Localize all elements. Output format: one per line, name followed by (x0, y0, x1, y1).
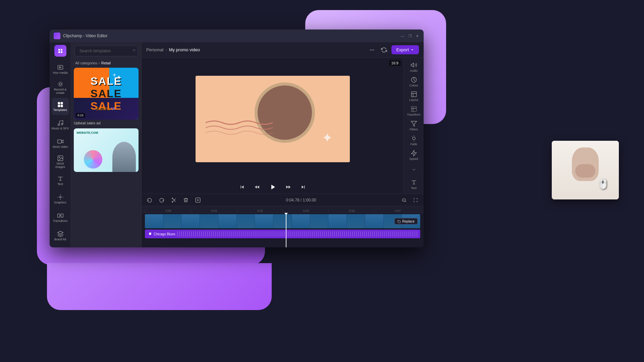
svg-rect-0 (58, 65, 63, 69)
right-panel-layout-label: Layout (409, 98, 418, 102)
right-panel-filters-label: Filters (410, 128, 418, 131)
right-panel-filters[interactable]: Filters (406, 119, 422, 132)
app-logo (54, 33, 60, 39)
minimize-button[interactable]: — (400, 34, 405, 38)
redo-button[interactable] (157, 195, 166, 205)
topbar: Personal › My promo video (142, 42, 424, 58)
maximize-button[interactable]: ❐ (408, 34, 412, 38)
sidebar-label-your-media: Your media (53, 71, 68, 75)
timeline-body: 0:00 0:01 0:02 0:03 0:04 0:07 (142, 206, 424, 247)
templates-panel: All categories › Retail + ✦ SALE (71, 42, 142, 247)
preview-popup: 🖱️ (552, 141, 619, 199)
titlebar: Clipchamp - Video Editor — ❐ ✕ (50, 29, 424, 42)
sidebar-label-templates: Templates (53, 109, 67, 112)
fast-forward-button[interactable] (283, 182, 293, 192)
right-panel-speed-label: Speed (409, 157, 418, 161)
window-title: Clipchamp - Video Editor (63, 34, 400, 38)
sale-word-3: SALE (91, 100, 122, 112)
sidebar-label-record-create: Record & create (52, 88, 69, 95)
right-panel-audio[interactable]: Audio (406, 60, 422, 74)
audio-waveform (177, 231, 418, 237)
audio-track[interactable]: Chicago Blues (145, 230, 420, 238)
filmstrip-frame (181, 214, 200, 228)
current-time: 0:04.78 (286, 198, 299, 202)
undo-button[interactable] (145, 195, 154, 205)
sidebar-item-stock-video[interactable]: Stock video (52, 135, 69, 152)
ruler-mark-3: 0:03 (282, 209, 328, 213)
filter-button[interactable] (132, 47, 137, 55)
main-content: Personal › My promo video (142, 42, 424, 247)
right-panel-colour-label: Colour (409, 84, 418, 87)
breadcrumb-separator: › (99, 61, 100, 65)
skip-back-button[interactable] (237, 182, 247, 192)
ruler-mark-1: 0:01 (191, 209, 237, 213)
svg-point-18 (373, 49, 374, 50)
right-panel-transform-label: Transform (407, 113, 421, 116)
sidebar-item-templates[interactable]: Templates (52, 98, 69, 115)
playhead[interactable] (286, 213, 286, 247)
topbar-actions: Export (367, 45, 419, 55)
cursor-icon: 🖱️ (597, 178, 609, 189)
right-panel-collapse[interactable] (406, 163, 422, 176)
right-panel-fade-label: Fade (410, 142, 417, 146)
sidebar-label-graphics: Graphics (54, 201, 66, 204)
sidebar-item-record-create[interactable]: Record & create (52, 79, 69, 97)
play-button[interactable] (267, 181, 279, 193)
wavy-lines-decoration (206, 116, 273, 136)
breadcrumb-parent[interactable]: All categories (75, 61, 97, 65)
sidebar-item-text[interactable]: Text (52, 172, 69, 189)
window-controls: — ❐ ✕ (400, 34, 420, 38)
right-panel-layout[interactable]: Layout (406, 90, 422, 103)
preview-person-content: 🖱️ (552, 141, 619, 199)
breadcrumb-current: Retail (101, 61, 111, 65)
add-media-button[interactable] (193, 195, 203, 205)
rewind-button[interactable] (252, 182, 262, 192)
right-panel-text[interactable]: Text (406, 178, 422, 191)
sidebar-item-brand-kit[interactable]: Brand kit (52, 228, 69, 245)
replace-label: Replace (402, 220, 415, 223)
replace-button[interactable]: Replace (394, 218, 418, 225)
filmstrip (145, 214, 420, 228)
sidebar-item-your-media[interactable]: Your media (52, 61, 69, 78)
right-panel-colour[interactable]: Colour (406, 75, 422, 88)
sidebar-item-transitions[interactable]: Transitions (52, 209, 69, 226)
more-options-button[interactable] (367, 45, 377, 55)
cut-button[interactable] (169, 195, 178, 205)
filmstrip-frame (310, 214, 329, 228)
right-panel-audio-label: Audio (410, 69, 418, 72)
breadcrumb-personal: Personal (146, 47, 163, 52)
filmstrip-frame (145, 214, 163, 228)
right-panel: Audio Colour Layout (404, 58, 424, 194)
sidebar-item-stock-images[interactable]: Stock images (52, 154, 69, 171)
export-button[interactable]: Export (391, 45, 419, 54)
skip-forward-button[interactable] (298, 182, 308, 192)
sidebar-label-brand-kit: Brand kit (54, 238, 66, 241)
svg-rect-9 (57, 140, 61, 143)
video-track[interactable]: Replace (145, 214, 420, 228)
video-preview: ✦ 16:9 (142, 58, 404, 180)
template-card-sale[interactable]: + ✦ SALE SALE SALE SWIPE UP 0:15 (74, 68, 139, 126)
timeline-toolbar: 0:04.78 / 1:00.00 (142, 194, 424, 206)
export-label: Export (396, 47, 409, 52)
delete-button[interactable] (181, 195, 191, 205)
svg-rect-22 (411, 107, 416, 112)
sidebar-item-graphics[interactable]: Graphics (52, 190, 69, 207)
template-card-website[interactable]: WEBSITE.COM (74, 128, 139, 172)
filmstrip-frame (328, 214, 347, 228)
svg-point-7 (58, 124, 59, 125)
zoom-out-button[interactable] (399, 195, 409, 205)
search-input[interactable] (79, 49, 130, 53)
right-panel-transform[interactable]: Transform (406, 104, 422, 118)
sidebar-label-text: Text (57, 183, 63, 186)
close-button[interactable]: ✕ (415, 34, 420, 38)
sidebar-logo (54, 45, 66, 57)
svg-rect-3 (58, 102, 60, 104)
sidebar-item-music-sfx[interactable]: Music & SFX (52, 116, 69, 133)
total-time: 1:00.00 (303, 198, 316, 202)
right-panel-fade[interactable]: Fade (406, 134, 422, 147)
sync-button[interactable] (379, 45, 389, 55)
right-panel-speed[interactable]: Speed (406, 148, 422, 162)
fullscreen-button[interactable] (411, 195, 420, 205)
music-icon (148, 232, 152, 236)
playback-controls (142, 180, 404, 194)
